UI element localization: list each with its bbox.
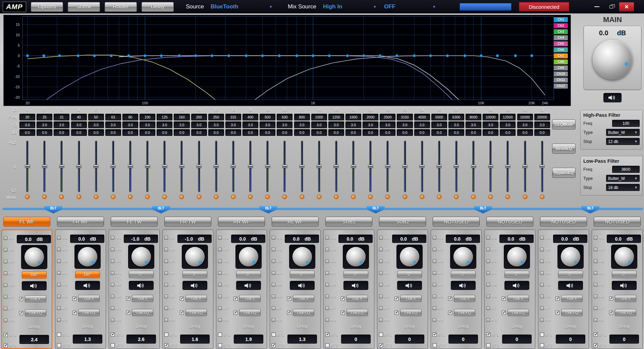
eq-band-freq[interactable]: 125 — [157, 114, 172, 120]
eq-band-handle[interactable] — [211, 54, 213, 57]
hi-checkbox[interactable] — [111, 318, 114, 322]
eq-slider-thumb[interactable] — [437, 165, 442, 168]
bt-left-checkbox[interactable] — [433, 333, 437, 337]
hi-checkbox[interactable] — [433, 236, 436, 240]
hi-checkbox[interactable] — [272, 248, 275, 251]
hi-checkbox[interactable] — [111, 295, 114, 298]
eq-band-handle[interactable] — [312, 54, 314, 57]
eq-band-db[interactable]: 0.0 — [380, 129, 395, 136]
link-x-button[interactable]: Link X — [78, 295, 100, 302]
eq-band-freq[interactable]: 100 — [140, 114, 155, 120]
channel-gain-knob[interactable] — [131, 247, 151, 266]
eq-band-db[interactable]: 0.0 — [191, 129, 207, 136]
eq-slider-thumb[interactable] — [334, 165, 339, 168]
hi-checkbox[interactable] — [594, 306, 597, 310]
eq-band-q[interactable]: 3.0 — [448, 121, 464, 128]
bt-left-checkbox[interactable] — [164, 333, 168, 337]
bt-right-checkbox[interactable] — [111, 343, 115, 347]
eq-slider-thumb[interactable] — [317, 165, 322, 168]
eq-band-db[interactable]: 0.0 — [277, 129, 292, 136]
eq-slider-track[interactable] — [44, 141, 45, 192]
eq-band-handle[interactable] — [328, 54, 331, 57]
hi-checkbox[interactable] — [4, 260, 7, 263]
lpf-freq-value[interactable]: 3600 — [612, 166, 640, 173]
eq-band-freq[interactable]: 50 — [88, 114, 104, 120]
hi-checkbox[interactable] — [379, 271, 383, 275]
hi-checkbox[interactable] — [164, 248, 168, 251]
eq-band-handle[interactable] — [530, 54, 533, 57]
hi-checkbox[interactable] — [272, 271, 275, 275]
eq-band-freq[interactable]: 31 — [54, 114, 69, 120]
link-x-checkbox[interactable] — [341, 297, 345, 301]
link-x-checkbox[interactable] — [448, 297, 452, 301]
link-x-checkbox[interactable] — [126, 297, 130, 301]
eq-slider-thumb[interactable] — [59, 165, 64, 168]
hi-checkbox[interactable] — [111, 236, 114, 240]
minimize-button[interactable] — [590, 2, 603, 11]
eq-slider-track[interactable] — [147, 141, 148, 192]
phase-button[interactable]: 0° — [612, 271, 637, 278]
eq-slider-track[interactable] — [473, 141, 474, 192]
hi-checkbox[interactable] — [486, 295, 490, 298]
hi-checkbox[interactable] — [325, 259, 329, 263]
eq-band-q[interactable]: 3.0 — [397, 121, 413, 128]
eq-band-handle[interactable] — [413, 54, 416, 57]
hi-checkbox[interactable] — [164, 236, 168, 240]
phase-button[interactable]: 0° — [236, 271, 261, 278]
eq-band-q[interactable]: 3.0 — [311, 121, 327, 128]
link-x-button[interactable]: Link X — [400, 295, 422, 302]
main-mute-button[interactable] — [603, 93, 622, 102]
eq-band-q[interactable]: 3.0 — [277, 121, 292, 128]
eq-slider-thumb[interactable] — [94, 165, 99, 168]
channel-mute-button[interactable] — [451, 281, 476, 290]
eq-band-q[interactable]: 3.0 — [328, 121, 344, 128]
phase-button[interactable]: 180° — [75, 271, 100, 278]
eq-band-db[interactable]: 0.0 — [534, 129, 550, 136]
hpf-slope-select[interactable]: 12 db ▼ — [606, 138, 640, 145]
link-x-checkbox[interactable] — [609, 297, 613, 301]
hi-checkbox[interactable] — [4, 318, 7, 322]
hi-checkbox[interactable] — [164, 259, 168, 263]
hi-checkbox[interactable] — [218, 259, 222, 263]
eq-slider-track[interactable] — [95, 141, 97, 192]
eq-band-freq[interactable]: 315 — [225, 114, 241, 120]
eq-band-handle[interactable] — [227, 54, 230, 57]
eq-band-q[interactable]: 3.0 — [174, 121, 190, 128]
channel-tab-1[interactable]: FL WF — [3, 217, 50, 227]
hi-checkbox[interactable] — [379, 236, 383, 240]
eq-band-q[interactable]: 3.0 — [363, 121, 378, 128]
channel-tab-2[interactable]: FR WF — [57, 217, 104, 227]
bt-right-checkbox[interactable] — [164, 343, 168, 347]
eq-slider-track[interactable] — [284, 141, 285, 192]
eq-slider-track[interactable] — [164, 141, 165, 192]
channel-gain-knob[interactable] — [24, 247, 44, 267]
eq-slider-track[interactable] — [232, 141, 234, 192]
hi-checkbox[interactable] — [57, 283, 61, 287]
eq-slider-track[interactable] — [250, 141, 251, 192]
eq-graph-canvas[interactable]: 151050-5-10-15-20201001K10K20K24K — [4, 15, 571, 106]
link-eq-button[interactable]: Link EQ — [561, 309, 583, 316]
hi-checkbox[interactable] — [4, 295, 7, 299]
eq-band-handle[interactable] — [496, 54, 499, 57]
phase-button[interactable]: 0° — [504, 271, 529, 278]
hi-checkbox[interactable] — [218, 306, 222, 310]
phase-button[interactable]: 0° — [129, 271, 154, 278]
eq-band-freq[interactable]: 4000 — [414, 114, 430, 120]
link-eq-checkbox[interactable] — [341, 311, 345, 315]
eq-slider-thumb[interactable] — [282, 165, 287, 168]
bt-right-checkbox[interactable] — [486, 343, 490, 347]
hi-checkbox[interactable] — [164, 318, 168, 322]
eq-slider-thumb[interactable] — [505, 165, 510, 168]
link-eq-checkbox[interactable] — [72, 311, 76, 315]
channel-mute-button[interactable] — [397, 281, 422, 290]
channel-tab-8[interactable]: SUB2 — [379, 217, 426, 227]
eq-slider-track[interactable] — [541, 141, 543, 192]
hi-checkbox[interactable] — [540, 318, 544, 322]
hi-checkbox[interactable] — [164, 271, 168, 275]
hi-checkbox[interactable] — [540, 259, 544, 263]
eq-band-q[interactable]: 3.0 — [500, 121, 516, 128]
eq-band-db[interactable]: 0.0 — [328, 129, 344, 136]
eq-button-bypasseq[interactable]: BypassEQ — [552, 168, 576, 178]
eq-band-freq[interactable]: 10000 — [483, 114, 498, 120]
eq-slider-track[interactable] — [370, 141, 371, 192]
